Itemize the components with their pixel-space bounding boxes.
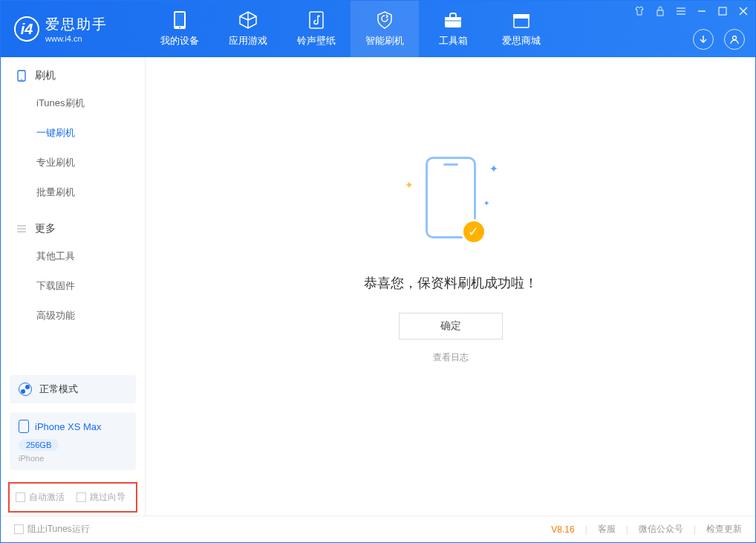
sidebar-item-other-tools[interactable]: 其他工具 (1, 241, 145, 271)
shirt-icon[interactable] (633, 5, 645, 17)
logo-icon: i4 (14, 16, 39, 42)
lock-icon[interactable] (654, 5, 666, 17)
window-controls (633, 5, 749, 17)
phone-icon (16, 70, 27, 82)
cube-icon (238, 10, 258, 30)
sidebar: 刷机 iTunes刷机 一键刷机 专业刷机 批量刷机 更多 其他工具 下载固件 … (1, 57, 146, 516)
maximize-button[interactable] (717, 5, 729, 17)
highlighted-checkbox-row: 自动激活 跳过向导 (8, 482, 137, 513)
sparkle-icon: ✦ (489, 163, 498, 175)
download-button[interactable] (693, 29, 714, 50)
close-button[interactable] (737, 5, 749, 17)
footer-link-update[interactable]: 检查更新 (706, 523, 742, 536)
tab-smart-flash[interactable]: 智能刷机 (351, 1, 419, 57)
device-capacity: 256GB (19, 439, 59, 451)
logo-area: i4 爱思助手 www.i4.cn (1, 15, 146, 43)
store-icon (512, 10, 531, 30)
sidebar-section-more: 更多 (1, 222, 145, 241)
success-message: 恭喜您，保资料刷机成功啦！ (364, 274, 538, 292)
version-label: V8.16 (551, 524, 574, 535)
device-type: iPhone (19, 454, 127, 463)
list-icon (16, 223, 27, 235)
svg-point-16 (733, 36, 737, 40)
svg-rect-1 (175, 13, 184, 26)
sidebar-item-itunes-flash[interactable]: iTunes刷机 (1, 88, 145, 118)
checkbox-block-itunes[interactable]: 阻止iTunes运行 (14, 523, 90, 536)
tab-toolbox[interactable]: 工具箱 (419, 1, 487, 57)
device-box[interactable]: iPhone XS Max 256GB iPhone (10, 412, 136, 470)
sidebar-item-batch-flash[interactable]: 批量刷机 (1, 178, 145, 207)
tab-ringtones[interactable]: 铃声壁纸 (282, 1, 351, 57)
header: i4 爱思助手 www.i4.cn 我的设备 应用游戏 铃声壁纸 智能刷机 工具… (1, 1, 755, 57)
confirm-button[interactable]: 确定 (399, 313, 503, 339)
tab-apps[interactable]: 应用游戏 (214, 1, 282, 57)
sidebar-item-advanced[interactable]: 高级功能 (1, 301, 145, 331)
toolbox-icon (443, 10, 463, 30)
shield-icon (375, 10, 394, 30)
music-icon (307, 10, 326, 30)
footer-link-service[interactable]: 客服 (598, 523, 616, 536)
tab-my-device[interactable]: 我的设备 (146, 1, 214, 57)
footer: 阻止iTunes运行 V8.16 | 客服 | 微信公众号 | 检查更新 (1, 516, 755, 542)
svg-rect-3 (310, 12, 323, 28)
user-button[interactable] (724, 29, 745, 50)
checkbox-skip-guide[interactable]: 跳过向导 (76, 491, 126, 504)
menu-icon[interactable] (675, 5, 687, 17)
success-illustration: ✦ ✦ ✦ ✓ (391, 149, 510, 253)
header-right (693, 29, 745, 50)
nav-tabs: 我的设备 应用游戏 铃声壁纸 智能刷机 工具箱 爱思商城 (146, 1, 555, 57)
svg-rect-13 (719, 7, 726, 15)
svg-rect-7 (514, 18, 529, 27)
svg-rect-8 (657, 10, 663, 16)
device-phone-icon (19, 420, 29, 433)
sidebar-item-pro-flash[interactable]: 专业刷机 (1, 148, 145, 178)
mode-box[interactable]: 正常模式 (10, 375, 136, 403)
checkbox-auto-activate[interactable]: 自动激活 (16, 491, 65, 504)
sidebar-item-oneclick-flash[interactable]: 一键刷机 (1, 118, 145, 148)
mode-icon (19, 383, 32, 396)
sparkle-icon: ✦ (483, 199, 489, 207)
mode-label: 正常模式 (39, 383, 78, 396)
main-content: ✦ ✦ ✦ ✓ 恭喜您，保资料刷机成功啦！ 确定 查看日志 (146, 57, 755, 516)
sidebar-item-download-firmware[interactable]: 下载固件 (1, 271, 145, 301)
svg-point-18 (21, 79, 22, 80)
view-log-link[interactable]: 查看日志 (433, 351, 469, 364)
device-icon (170, 10, 189, 30)
app-subtitle: www.i4.cn (45, 34, 108, 43)
tab-store[interactable]: 爱思商城 (487, 1, 555, 57)
svg-rect-5 (445, 17, 461, 21)
sparkle-icon: ✦ (405, 179, 414, 191)
footer-link-wechat[interactable]: 微信公众号 (639, 523, 683, 536)
app-title: 爱思助手 (45, 15, 108, 34)
svg-point-2 (179, 27, 180, 28)
sidebar-section-flash: 刷机 (1, 69, 145, 88)
check-badge-icon: ✓ (461, 219, 486, 244)
device-name-row: iPhone XS Max (19, 420, 127, 433)
minimize-button[interactable] (696, 5, 708, 17)
